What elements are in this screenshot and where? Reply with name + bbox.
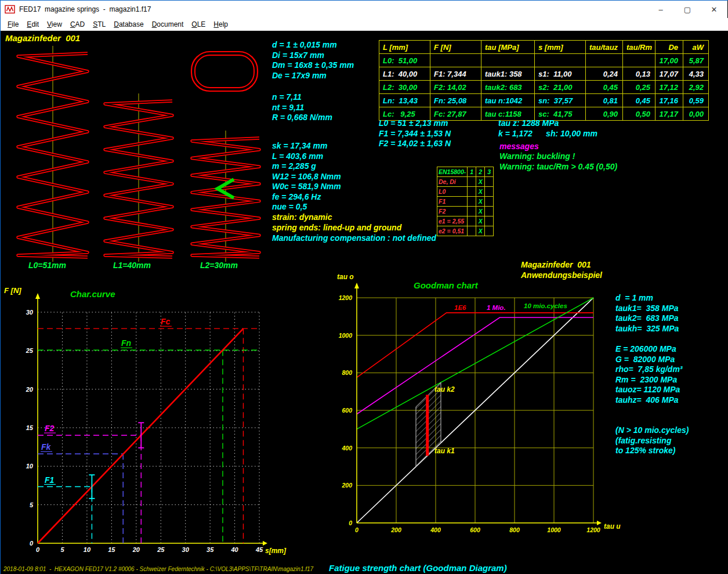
svg-text:1000: 1000: [547, 526, 561, 533]
notes-block: (N > 10 mio.cycles)(fatig.resistingto 12…: [615, 425, 689, 456]
svg-text:1200: 1200: [586, 526, 600, 533]
table-cell: 17,00: [655, 54, 683, 67]
table-row: L0X: [437, 187, 494, 197]
text-line: tauk2= 683 MPa: [615, 313, 679, 324]
menu-database[interactable]: Database: [110, 20, 147, 29]
text-line: F1 = 7,344 ± 1,53 N: [379, 129, 451, 139]
table-cell: Fn: 25,08: [430, 94, 481, 107]
svg-text:200: 200: [390, 526, 401, 533]
results-table: L [mm]F [N]tau [MPa]s [mm]tau/tauztau/Rm…: [379, 40, 709, 121]
en-empty-cell: [468, 177, 476, 187]
menu-stl[interactable]: STL: [89, 20, 110, 29]
table-cell: F2: 14,02: [430, 81, 481, 94]
properties-block: sk = 17,34 mmL = 403,6 mmm = 2,285 gW12 …: [272, 141, 341, 212]
table-cell: 0,45: [586, 81, 623, 94]
svg-text:25: 25: [26, 347, 34, 354]
menu-edit[interactable]: Edit: [23, 20, 43, 29]
en-header: EN15800-: [437, 167, 468, 177]
text-line: tauhz= 406 MPa: [615, 395, 683, 406]
en-row-label: F2: [437, 207, 468, 216]
en-empty-cell: [485, 216, 494, 226]
column-header: tau/Rm: [623, 41, 655, 54]
text-line: E = 206000 MPa: [615, 344, 683, 355]
text-line: L0 = 51 ± 2,13 mm: [379, 118, 451, 129]
text-line: Magazinfeder 001: [521, 260, 602, 270]
svg-text:1E6: 1E6: [454, 304, 466, 311]
table-cell: L2: 30,00: [379, 81, 430, 94]
en-column-header: 2: [476, 167, 485, 177]
text-line: (fatig.resisting: [615, 436, 689, 446]
svg-text:35: 35: [207, 546, 214, 553]
spring-label-l1: L1=40mm: [113, 261, 151, 270]
tolerances-block: L0 = 51 ± 2,13 mmF1 = 7,344 ± 1,53 NF2 =…: [379, 118, 451, 149]
minimize-button[interactable]: –: [647, 1, 674, 18]
spring-drawings: [18, 46, 259, 262]
menu-document[interactable]: Document: [148, 20, 188, 29]
table-cell: [430, 54, 481, 67]
text-line: tauk1= 358 MPa: [615, 304, 679, 314]
warnings-list: Warning: buckling !Warning: tauc/Rm > 0.…: [499, 151, 617, 172]
svg-text:Goodman chart: Goodman chart: [414, 280, 479, 290]
en-row-label: e1 = 2,55: [437, 216, 468, 226]
svg-text:400: 400: [341, 445, 352, 452]
text-line: to 125% stroke): [615, 446, 689, 456]
dimension-block: d = 1 ± 0,015 mmDi = 15x7 mmDm = 16x8 ± …: [272, 40, 354, 81]
text-line: (N > 10 mio.cycles): [615, 425, 689, 436]
compensation-text: Manufacturing compensation : not defined: [272, 233, 436, 243]
table-row: F1X: [437, 197, 494, 207]
menu-view[interactable]: View: [43, 20, 66, 29]
svg-text:200: 200: [341, 482, 352, 489]
status-bar: 2018-01-09 8:01 - HEXAGON FED17 V1.2 #00…: [3, 566, 313, 572]
text-line: nt = 9,11: [272, 103, 332, 113]
text-line: Warning: buckling !: [499, 151, 617, 162]
column-header: tau [MPa]: [481, 41, 535, 54]
table-cell: 0,50: [623, 107, 655, 121]
main-canvas: 051015202530354045051015202530F [N]s[mm]…: [1, 31, 727, 573]
table-cell: L1: 40,00: [379, 67, 430, 81]
results-header-row: L [mm]F [N]tau [MPa]s [mm]tau/tauztau/Rm…: [379, 41, 709, 54]
menu-ole[interactable]: OLE: [187, 20, 209, 29]
svg-text:1000: 1000: [339, 332, 353, 339]
text-line: taukh= 325 MPa: [615, 324, 679, 334]
svg-text:30: 30: [26, 309, 34, 316]
text-line: d = 1 ± 0,015 mm: [272, 40, 354, 50]
menu-cad[interactable]: CAD: [66, 20, 89, 29]
text-line: Anwendungsbeispiel: [521, 270, 602, 281]
table-cell: 2,92: [683, 81, 709, 94]
maximize-button[interactable]: ▢: [674, 1, 701, 18]
table-row: L1: 40,00F1: 7,344tauk1: 358s1: 11,000,2…: [379, 67, 709, 81]
table-cell: 0,59: [683, 94, 709, 107]
text-line: Warning: tauc/Rm > 0.45 (0,50): [499, 162, 617, 172]
svg-text:400: 400: [430, 526, 441, 533]
window-controls: – ▢ ✕: [647, 1, 727, 18]
svg-text:0: 0: [36, 546, 40, 553]
drawing-title: Magazinfeder 001: [5, 33, 80, 43]
menu-bar: FileEditViewCADSTLDatabaseDocumentOLEHel…: [1, 18, 728, 31]
table-cell: 0,45: [623, 94, 655, 107]
svg-text:0: 0: [355, 526, 358, 533]
close-button[interactable]: ✕: [701, 1, 727, 18]
menu-file[interactable]: File: [3, 20, 23, 29]
table-cell: Ln: 13,43: [379, 94, 430, 107]
table-cell: tauk2: 683: [481, 81, 535, 94]
text-line: nue = 0,5: [272, 202, 341, 212]
en-empty-cell: [468, 197, 476, 207]
text-line: Rm = 2300 MPa: [615, 375, 683, 385]
coil-data-block: n = 7,11nt = 9,11R = 0,668 N/mm: [272, 92, 332, 123]
en-check-mark: X: [476, 226, 485, 236]
menu-help[interactable]: Help: [209, 20, 232, 29]
goodman-chart: 0200400600800100012000200400600800100012…: [337, 273, 621, 533]
svg-text:10: 10: [84, 546, 91, 553]
table-cell: sn: 37,57: [535, 94, 586, 107]
table-cell: L0: 51,00: [379, 54, 430, 67]
svg-text:Char.curve: Char.curve: [70, 289, 115, 299]
table-cell: tau n:1042: [481, 94, 535, 107]
app-icon[interactable]: [5, 5, 15, 14]
en-empty-cell: [485, 207, 494, 216]
en-empty-cell: [468, 226, 476, 236]
table-row: e2 = 0,51X: [437, 226, 494, 236]
text-line: k = 1,172 sh: 10,00 mm: [498, 129, 597, 139]
svg-text:20: 20: [26, 386, 34, 393]
table-cell: s2: 21,00: [535, 81, 586, 94]
table-row: L0: 51,0017,005,87: [379, 54, 709, 67]
